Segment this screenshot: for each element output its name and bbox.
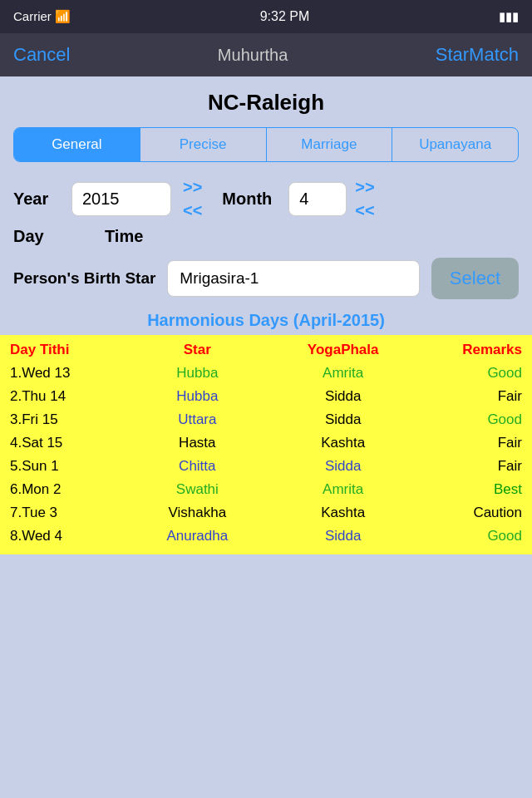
cell-remarks: Good xyxy=(439,411,522,428)
cell-yoga: Sidda xyxy=(285,411,401,428)
year-arrows: >> << xyxy=(183,177,202,220)
cell-star: Hubba xyxy=(147,365,247,382)
cell-day: 3.Fri 15 xyxy=(10,411,110,428)
starmatch-button[interactable]: StarMatch xyxy=(436,44,519,66)
cell-yoga: Amrita xyxy=(285,481,401,498)
cell-star: Uttara xyxy=(147,411,247,428)
year-label: Year xyxy=(13,190,71,209)
main-content: NC-Raleigh General Precise Marriage Upan… xyxy=(0,76,532,330)
birth-star-label: Person's Birth Star xyxy=(13,269,155,288)
cell-star: Anuradha xyxy=(147,528,247,544)
tab-general[interactable]: General xyxy=(14,128,140,161)
cell-star: Vishakha xyxy=(147,505,247,521)
cell-yoga: Kashta xyxy=(285,505,401,521)
month-input[interactable]: 4 xyxy=(288,182,347,216)
cell-day: 6.Mon 2 xyxy=(10,481,110,498)
cancel-button[interactable]: Cancel xyxy=(13,44,70,66)
cell-remarks: Good xyxy=(439,365,522,382)
cell-day: 1.Wed 13 xyxy=(10,365,110,382)
birth-star-input[interactable]: Mrigasira-1 xyxy=(167,260,420,297)
cell-yoga: Sidda xyxy=(285,528,401,544)
day-label: Day xyxy=(13,227,71,246)
tab-upanayana[interactable]: Upanayana xyxy=(392,128,518,161)
cell-remarks: Caution xyxy=(439,505,522,521)
nav-title: Muhurtha xyxy=(218,46,288,65)
status-bar: Carrier 📶 9:32 PM ▮▮▮ xyxy=(0,0,532,33)
cell-day: 2.Thu 14 xyxy=(10,388,110,405)
cell-star: Hubba xyxy=(147,388,247,405)
battery-icon: ▮▮▮ xyxy=(499,9,519,24)
cell-yoga: Sidda xyxy=(285,458,401,475)
table-row: 1.Wed 13 Hubba Amrita Good xyxy=(10,362,522,385)
harmonious-header: Harmonious Days (April-2015) xyxy=(13,311,519,330)
cell-remarks: Best xyxy=(439,481,522,498)
cell-remarks: Good xyxy=(439,528,522,544)
cell-star: Chitta xyxy=(147,458,247,475)
cell-yoga: Sidda xyxy=(285,388,401,405)
table-row: 2.Thu 14 Hubba Sidda Fair xyxy=(10,385,522,408)
carrier-label: Carrier 📶 xyxy=(13,9,71,24)
month-decrement[interactable]: << xyxy=(355,200,374,220)
year-decrement[interactable]: << xyxy=(183,200,202,220)
month-label: Month xyxy=(222,190,288,209)
table-row: 8.Wed 4 Anuradha Sidda Good xyxy=(10,525,522,548)
table-row: 4.Sat 15 Hasta Kashta Fair xyxy=(10,431,522,455)
month-increment[interactable]: >> xyxy=(355,177,374,197)
cell-day: 7.Tue 3 xyxy=(10,505,110,521)
table-row: 3.Fri 15 Uttara Sidda Good xyxy=(10,408,522,431)
col-header-yoga: YogaPhala xyxy=(285,342,401,358)
year-increment[interactable]: >> xyxy=(183,177,202,197)
table-row: 6.Mon 2 Swathi Amrita Best xyxy=(10,478,522,501)
cell-remarks: Fair xyxy=(439,388,522,405)
time-label: Time xyxy=(105,227,143,246)
birth-star-row: Person's Birth Star Mrigasira-1 Select xyxy=(13,258,519,299)
table-header: Day Tithi Star YogaPhala Remarks xyxy=(10,342,522,358)
cell-day: 4.Sat 15 xyxy=(10,435,110,451)
cell-star: Hasta xyxy=(147,435,247,451)
harmonious-table: Day Tithi Star YogaPhala Remarks 1.Wed 1… xyxy=(0,335,532,554)
col-header-star: Star xyxy=(147,342,247,358)
location-title: NC-Raleigh xyxy=(13,90,519,116)
year-input[interactable]: 2015 xyxy=(71,182,171,216)
table-row: 5.Sun 1 Chitta Sidda Fair xyxy=(10,455,522,478)
cell-day: 5.Sun 1 xyxy=(10,458,110,475)
cell-star: Swathi xyxy=(147,481,247,498)
cell-yoga: Kashta xyxy=(285,435,401,451)
year-month-row: Year 2015 >> << Month 4 >> << xyxy=(13,177,519,220)
cell-day: 8.Wed 4 xyxy=(10,528,110,544)
time-display: 9:32 PM xyxy=(260,9,310,24)
month-arrows: >> << xyxy=(355,177,374,220)
day-time-row: Day Time xyxy=(13,227,519,246)
cell-yoga: Amrita xyxy=(285,365,401,382)
cell-remarks: Fair xyxy=(439,458,522,475)
cell-remarks: Fair xyxy=(439,435,522,451)
tab-precise[interactable]: Precise xyxy=(140,128,267,161)
col-header-remarks: Remarks xyxy=(439,342,522,358)
nav-bar: Cancel Muhurtha StarMatch xyxy=(0,33,532,76)
tab-marriage[interactable]: Marriage xyxy=(267,128,393,161)
tab-bar: General Precise Marriage Upanayana xyxy=(13,127,519,162)
wifi-icon: 📶 xyxy=(55,9,71,23)
col-header-day: Day Tithi xyxy=(10,342,110,358)
table-row: 7.Tue 3 Vishakha Kashta Caution xyxy=(10,501,522,525)
select-button[interactable]: Select xyxy=(431,258,519,299)
